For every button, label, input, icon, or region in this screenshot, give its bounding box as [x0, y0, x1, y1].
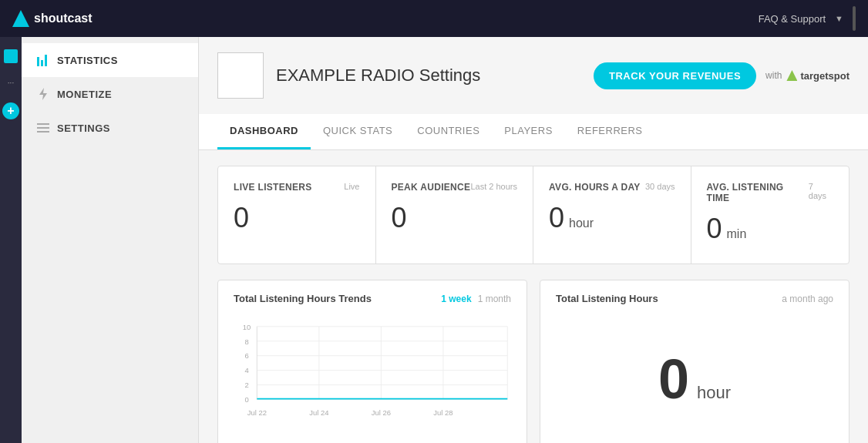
chart-left-title: Total Listening Hours Trends	[234, 293, 372, 304]
chart-right-period: a month ago	[782, 294, 833, 304]
stat-avg-hours: Avg. hours a day 30 days 0 hour	[533, 166, 691, 263]
stat-live-listeners: Live listeners Live 0	[218, 166, 376, 263]
tab-quick-stats[interactable]: QUICK STATS	[311, 114, 405, 149]
stat-period-avg-hours: 30 days	[645, 182, 675, 191]
stat-label-avg-listening: Avg. listening time	[707, 182, 809, 203]
sidebar: STATISTICS MONETIZE SETTINGS	[22, 37, 199, 443]
sidebar-label-statistics: STATISTICS	[57, 55, 118, 66]
stat-header-live: Live listeners Live	[234, 182, 360, 193]
stat-avg-listening: Avg. listening time 7 days 0 min	[691, 166, 849, 263]
strip-icon-active[interactable]	[4, 49, 18, 63]
stat-label-avg-hours: Avg. hours a day	[549, 182, 641, 193]
stat-number-live: 0	[234, 202, 249, 234]
stat-value-peak: 0	[392, 202, 518, 234]
with-label: with	[765, 70, 782, 81]
chart-total-hours: Total Listening Hours a month ago 0 hour	[540, 280, 849, 443]
svg-text:4: 4	[244, 366, 248, 374]
targetspot-label: targetspot	[800, 70, 849, 82]
faq-support-link[interactable]: FAQ & Support	[759, 13, 826, 25]
stat-number-avg-listening: 0	[707, 213, 722, 245]
sidebar-label-settings: SETTINGS	[57, 122, 110, 134]
charts-row: Total Listening Hours Trends 1 week 1 mo…	[217, 280, 849, 443]
revenue-section: TRACK YOUR REVENUES with targetspot	[594, 62, 849, 89]
stats-grid: Live listeners Live 0 Peak audience Last…	[217, 166, 849, 264]
stat-number-peak: 0	[392, 202, 407, 234]
main-layout: ··· + STATISTICS MONETIZE SETTINGS	[0, 37, 868, 443]
svg-rect-1	[41, 60, 43, 66]
station-info: EXAMPLE RADIO Settings	[217, 52, 480, 99]
stat-period-avg-listening: 7 days	[809, 182, 833, 200]
big-number-wrap: 0 hour	[556, 314, 833, 443]
stat-header-avg-listening: Avg. listening time 7 days	[707, 182, 834, 203]
add-station-button[interactable]: +	[2, 102, 19, 119]
icon-strip: ··· +	[0, 37, 22, 443]
svg-marker-3	[39, 88, 47, 100]
sidebar-label-monetize: MONETIZE	[57, 89, 112, 100]
trend-chart-svg: 10 8 6 4 2 0	[234, 314, 511, 443]
stat-period-peak: Last 2 hours	[470, 182, 517, 191]
chevron-down-icon: ▼	[835, 14, 843, 23]
svg-rect-2	[45, 55, 47, 66]
targetspot-icon	[786, 70, 797, 81]
svg-rect-0	[37, 57, 39, 66]
stat-label-peak: Peak audience	[392, 182, 471, 193]
bar-chart-icon	[37, 54, 49, 66]
svg-text:0: 0	[244, 395, 248, 404]
stat-label-live: Live listeners	[234, 182, 312, 193]
sidebar-item-statistics[interactable]: STATISTICS	[22, 43, 198, 77]
tab-countries[interactable]: COUNTRIES	[405, 114, 492, 149]
targetspot-info: with targetspot	[765, 70, 849, 82]
svg-rect-6	[37, 131, 49, 133]
svg-text:Jul 24: Jul 24	[309, 408, 328, 417]
logo-text: shoutcast	[34, 12, 93, 25]
nav-bar-icon	[853, 6, 856, 31]
stat-value-live: 0	[234, 202, 360, 234]
stat-unit-avg-listening: min	[727, 227, 747, 241]
page-header: EXAMPLE RADIO Settings TRACK YOUR REVENU…	[217, 52, 849, 99]
stat-value-avg-listening: 0 min	[707, 213, 834, 245]
top-nav-right: FAQ & Support ▼	[759, 6, 856, 31]
chart-right-title: Total Listening Hours	[556, 293, 658, 304]
stat-unit-avg-hours: hour	[569, 216, 594, 230]
chart-left-header: Total Listening Hours Trends 1 week 1 mo…	[234, 293, 511, 304]
chart-listening-trends: Total Listening Hours Trends 1 week 1 mo…	[217, 280, 527, 443]
strip-ellipsis[interactable]: ···	[8, 79, 14, 87]
settings-icon	[37, 122, 49, 134]
stat-header-avg-hours: Avg. hours a day 30 days	[549, 182, 675, 193]
chart-left-controls: 1 week 1 month	[441, 294, 511, 304]
logo: shoutcast	[12, 10, 93, 27]
logo-icon	[12, 10, 29, 27]
svg-text:Jul 28: Jul 28	[433, 408, 453, 417]
stat-peak-audience: Peak audience Last 2 hours 0	[376, 166, 534, 263]
stat-number-avg-hours: 0	[549, 202, 564, 234]
tabs-bar: DASHBOARD QUICK STATS COUNTRIES PLAYERS …	[199, 114, 868, 150]
chart-1week-button[interactable]: 1 week	[441, 294, 471, 304]
station-logo	[217, 52, 264, 99]
tab-dashboard[interactable]: DASHBOARD	[217, 114, 311, 149]
svg-text:Jul 22: Jul 22	[247, 408, 267, 417]
stat-header-peak: Peak audience Last 2 hours	[392, 182, 518, 193]
stat-period-live: Live	[344, 182, 359, 191]
chart-right-header: Total Listening Hours a month ago	[556, 293, 833, 304]
big-number-unit: hour	[697, 383, 731, 403]
svg-text:8: 8	[244, 337, 248, 346]
svg-rect-4	[37, 123, 49, 125]
sidebar-item-settings[interactable]: SETTINGS	[22, 111, 198, 145]
chart-left-svg-wrap: 10 8 6 4 2 0	[234, 314, 511, 443]
sidebar-item-monetize[interactable]: MONETIZE	[22, 77, 198, 111]
content-area: EXAMPLE RADIO Settings TRACK YOUR REVENU…	[199, 37, 868, 443]
big-number: 0 hour	[658, 347, 731, 411]
chart-1month-button[interactable]: 1 month	[478, 294, 511, 304]
station-title: EXAMPLE RADIO Settings	[276, 65, 480, 86]
svg-rect-5	[37, 127, 49, 129]
targetspot-logo: targetspot	[786, 70, 849, 82]
tab-referrers[interactable]: REFERRERS	[565, 114, 655, 149]
big-number-value: 0	[658, 347, 689, 411]
track-revenue-button[interactable]: TRACK YOUR REVENUES	[594, 62, 756, 89]
top-nav: shoutcast FAQ & Support ▼	[0, 0, 868, 37]
lightning-icon	[37, 88, 49, 100]
svg-text:10: 10	[243, 323, 251, 331]
stat-value-avg-hours: 0 hour	[549, 202, 675, 234]
svg-text:Jul 26: Jul 26	[372, 408, 391, 417]
tab-players[interactable]: PLAYERS	[492, 114, 565, 149]
